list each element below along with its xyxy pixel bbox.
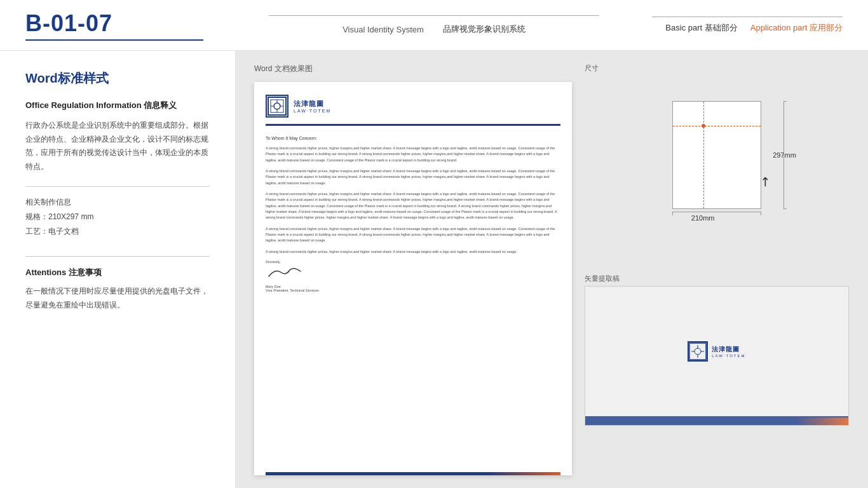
- header-nav-row: Basic part 基础部分 Application part 应用部分: [665, 22, 843, 34]
- vector-preview: 法津龍圖 LAW·TOTEM: [585, 287, 848, 416]
- sidebar-divider-2: [25, 256, 210, 257]
- main-layout: Word标准样式 Office Regulation Information 信…: [0, 51, 868, 488]
- vector-logo-svg: [689, 342, 707, 360]
- vector-label: 矢量提取稿: [585, 274, 849, 283]
- dim-section: 尺寸 ↙ 29: [585, 64, 849, 265]
- header-center: Visual Identity System 品牌视觉形象识别系统: [230, 15, 639, 35]
- sidebar: Word标准样式 Office Regulation Information 信…: [0, 51, 235, 488]
- vector-logo-cn: 法津龍圖: [712, 345, 745, 354]
- svg-point-8: [695, 348, 701, 355]
- doc-logo-area: 法津龍圖 LAW·TOTEM: [266, 95, 560, 126]
- vis-cn-label: 品牌视觉形象识别系统: [443, 24, 526, 35]
- dim-v-line: [703, 102, 704, 208]
- doc-body-4: A strong brand commands higher prices, h…: [266, 226, 560, 244]
- dim-paper-container: ↙ 297mm 210mm: [672, 101, 761, 209]
- doc-logo-en: LAW·TOTEM: [294, 109, 331, 113]
- svg-point-2: [274, 103, 280, 109]
- doc-body-5: A strong brand commands higher prices, h…: [266, 249, 560, 255]
- dim-210-tick-right: [761, 212, 761, 215]
- doc-label: Word 文档效果图: [254, 64, 572, 74]
- content-inner: Word 文档效果图: [254, 64, 849, 475]
- meta-size: 规格：210X297 mm: [25, 212, 210, 222]
- info-title: Office Regulation Information 信息释义: [25, 100, 210, 111]
- doc-section: Word 文档效果图: [254, 64, 572, 475]
- dim-h-line: [673, 126, 761, 126]
- dim-box: ↙ 297mm 210mm: [585, 76, 849, 234]
- vector-footer-bar: [585, 416, 848, 425]
- dim-297-bracket: [783, 101, 787, 209]
- header-top-line: [269, 15, 599, 16]
- doc-body-2: A strong brand commands higher prices, h…: [266, 168, 560, 186]
- doc-content-block: To Whom It May Concern: A strong brand c…: [266, 136, 560, 467]
- header-top-line-right: [652, 17, 843, 17]
- header: B-01-07 Visual Identity System 品牌视觉形象识别系…: [0, 0, 868, 51]
- meta-label: 相关制作信息: [25, 197, 210, 208]
- header-divider: [25, 39, 203, 41]
- vector-logo-text-block: 法津龍圖 LAW·TOTEM: [712, 345, 745, 358]
- page-code: B-01-07: [25, 10, 230, 37]
- doc-greeting: To Whom It May Concern:: [266, 136, 560, 140]
- doc-signature: [266, 265, 560, 283]
- vector-section: 矢量提取稿: [585, 274, 849, 475]
- nav-basic: Basic part 基础部分: [665, 22, 737, 34]
- section-title: Word标准样式: [25, 70, 210, 87]
- doc-signature-area: Sincerely, Mary Doe Vice President, Tech…: [266, 260, 560, 292]
- doc-footer: [266, 467, 560, 475]
- vector-logo-icon-box: [688, 341, 708, 362]
- nav-app: Application part 应用部分: [750, 22, 843, 34]
- doc-body-1: A strong brand commands higher prices, h…: [266, 146, 560, 163]
- doc-logo-cn: 法津龍圖: [294, 99, 331, 109]
- sidebar-description: 行政办公系统是企业识别系统中的重要组成部分。根据企业的特点、企业精神及企业文化，…: [25, 119, 210, 173]
- doc-footer-bar: [266, 472, 560, 475]
- meta-craft: 工艺：电子文档: [25, 226, 210, 237]
- doc-signer-title: Vice President, Technical Services: [266, 288, 560, 292]
- attention-desc: 在一般情况下使用时应尽量使用提供的光盘电子文件，尽量避免在重绘中出现错误。: [25, 285, 210, 312]
- doc-body-3: A strong brand commands higher prices, h…: [266, 191, 560, 221]
- dim-210-line: [672, 212, 761, 215]
- doc-signature-label: Sincerely,: [266, 260, 560, 264]
- content-area: Word 文档效果图: [235, 51, 868, 488]
- signature-svg: [266, 265, 304, 281]
- dim-label: 尺寸: [585, 64, 849, 73]
- header-center-row: Visual Identity System 品牌视觉形象识别系统: [342, 24, 526, 35]
- doc-logo-icon: [266, 95, 288, 118]
- header-left: B-01-07: [25, 10, 230, 41]
- vector-box: 法津龍圖 LAW·TOTEM: [585, 286, 849, 426]
- sidebar-divider-1: [25, 186, 210, 187]
- logo-svg-icon: [267, 96, 287, 116]
- doc-logo-text: 法津龍圖 LAW·TOTEM: [294, 99, 331, 113]
- attention-title: Attentions 注意事项: [25, 267, 210, 278]
- right-panels: 尺寸 ↙ 29: [585, 64, 849, 475]
- dim-paper: [672, 101, 761, 209]
- doc-wrapper: 法津龍圖 LAW·TOTEM To Whom It May Concern: A…: [254, 82, 572, 475]
- header-right: Basic part 基础部分 Application part 应用部分: [639, 17, 843, 34]
- vector-logo-en: LAW·TOTEM: [712, 354, 745, 358]
- dim-210-tick-left: [672, 212, 673, 215]
- vector-logo-mini: 法津龍圖 LAW·TOTEM: [688, 341, 745, 362]
- vis-en-label: Visual Identity System: [342, 25, 424, 34]
